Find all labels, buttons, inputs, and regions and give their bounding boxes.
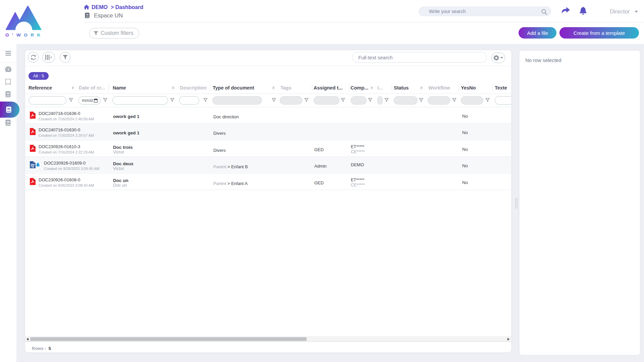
svg-text:O'WORK: O'WORK — [5, 33, 42, 37]
